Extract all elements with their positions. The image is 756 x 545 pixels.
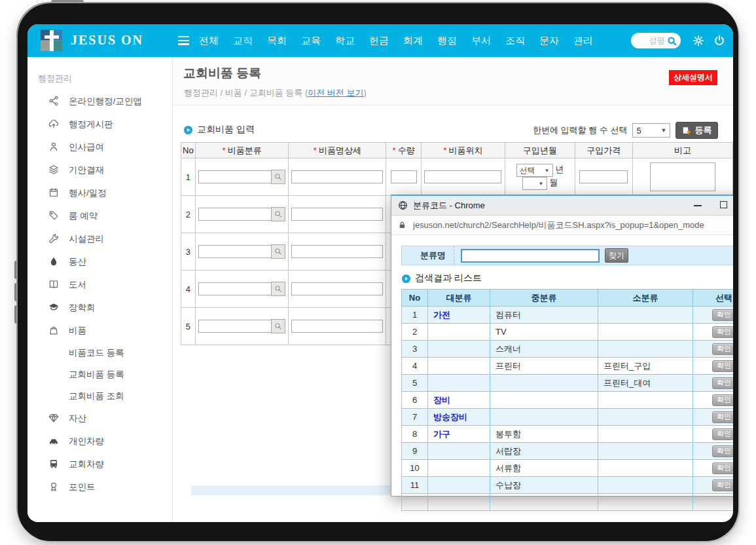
item-name-input[interactable] — [291, 208, 383, 221]
popup-list-title: 검색결과 리스트 — [401, 272, 482, 284]
item-name-input[interactable] — [291, 245, 383, 258]
sidebar-item[interactable]: 시설관리 — [27, 227, 172, 250]
result-minor: 프린터_대여 — [598, 375, 693, 392]
sidebar-subitem[interactable]: 교회비품 조회 — [27, 385, 172, 407]
nav-item[interactable]: 헌금 — [369, 35, 389, 47]
item-name-input[interactable] — [291, 320, 383, 333]
category-input[interactable] — [198, 320, 272, 333]
find-button[interactable]: 찾기 — [605, 248, 628, 263]
confirm-button[interactable]: 확인 — [712, 360, 733, 372]
sidebar-item[interactable]: 기안결재 — [27, 159, 172, 181]
category-input[interactable] — [198, 170, 272, 183]
confirm-button[interactable]: 확인 — [712, 479, 733, 491]
sidebar-item[interactable]: 동산 — [27, 250, 172, 273]
drop-icon — [48, 256, 60, 267]
category-search-button[interactable] — [271, 207, 285, 221]
nav-item[interactable]: 문자 — [539, 35, 559, 47]
confirm-button[interactable]: 확인 — [712, 428, 733, 440]
sidebar-subitem[interactable]: 비품코드 등록 — [27, 342, 172, 364]
popup-result-row: 3스캐너확인 — [402, 341, 734, 358]
search-icon[interactable] — [667, 36, 677, 46]
sidebar-item[interactable]: 자산 — [27, 407, 172, 430]
popup-urlbar: jesuson.net/church2/SearchHelp/비품코드SH.as… — [391, 216, 733, 235]
chevron-down-icon: ▼ — [539, 181, 544, 187]
confirm-button[interactable]: 확인 — [712, 343, 733, 355]
price-input[interactable] — [579, 170, 628, 183]
popup-window: 분류코드 - Chrome jesuson.net/church2/Search… — [391, 195, 733, 497]
power-icon[interactable] — [713, 35, 725, 49]
nav-item[interactable]: 행정 — [437, 35, 457, 47]
category-input[interactable] — [198, 208, 272, 221]
hamburger-icon[interactable] — [178, 36, 189, 47]
sidebar-item[interactable]: 행사/일정 — [27, 181, 172, 204]
location-input[interactable] — [424, 170, 501, 183]
nav-item[interactable]: 교적 — [233, 35, 253, 47]
sidebar-item[interactable]: 교회차량 — [27, 453, 172, 476]
confirm-button[interactable]: 확인 — [712, 309, 733, 321]
header-search-box[interactable] — [631, 33, 681, 48]
result-minor: 프린터_구입 — [598, 358, 693, 375]
minimize-icon[interactable] — [694, 205, 702, 206]
sidebar-item[interactable]: 행정게시판 — [27, 113, 172, 136]
sidebar-item[interactable]: 개인차량 — [27, 430, 172, 453]
popup-search-input[interactable] — [461, 249, 600, 263]
header-search-input[interactable] — [639, 36, 665, 45]
sidebar-item-label: 자산 — [69, 413, 86, 424]
manual-button[interactable]: 상세설명서 — [669, 70, 717, 85]
month-select[interactable]: ▼ — [522, 177, 547, 190]
popup-list-title-text: 검색결과 리스트 — [415, 272, 482, 284]
nav-item[interactable]: 목회 — [267, 35, 287, 47]
confirm-button[interactable]: 확인 — [712, 394, 733, 406]
sidebar-subitem[interactable]: 교회비품 등록 — [27, 364, 172, 385]
category-input[interactable] — [198, 245, 272, 258]
popup-titlebar[interactable]: 분류코드 - Chrome — [391, 196, 733, 216]
confirm-button[interactable]: 확인 — [712, 445, 733, 457]
popup-search-row: 분류명 찾기 — [401, 246, 733, 265]
nav-item[interactable]: 전체 — [199, 35, 219, 47]
nav-item[interactable]: 교육 — [301, 35, 321, 47]
register-button[interactable]: 등록 — [675, 122, 718, 139]
result-minor — [598, 307, 693, 324]
sidebar-item[interactable]: 인사급여 — [27, 136, 172, 159]
award-icon — [48, 481, 60, 493]
category-search-button[interactable] — [271, 319, 285, 333]
nav-item[interactable]: 학교 — [335, 35, 355, 47]
nav-item[interactable]: 회계 — [403, 35, 423, 47]
sidebar-item-label: 도서 — [69, 279, 86, 291]
memo-textarea[interactable] — [650, 162, 715, 191]
result-middle: 수납장 — [490, 477, 598, 494]
result-major — [428, 375, 490, 392]
confirm-button[interactable]: 확인 — [712, 326, 733, 338]
confirm-button[interactable]: 확인 — [712, 462, 733, 474]
nav-item[interactable]: 부서 — [471, 35, 491, 47]
sidebar-item-label: 시설관리 — [69, 233, 104, 245]
category-search-button[interactable] — [271, 244, 285, 259]
maximize-icon[interactable] — [720, 201, 727, 208]
gear-icon[interactable] — [693, 35, 704, 49]
row-count-select[interactable]: 5▼ — [632, 123, 670, 138]
sidebar-item[interactable]: 룸 예약 — [27, 204, 172, 227]
sidebar-item[interactable]: 도서 — [27, 273, 172, 296]
item-name-input[interactable] — [291, 282, 383, 295]
nav-item[interactable]: 조직 — [505, 35, 525, 47]
breadcrumb-prev-version-link[interactable]: 이전 버전 보기 — [308, 88, 363, 98]
sidebar-item[interactable]: 포인트 — [27, 476, 172, 498]
row-number: 5 — [181, 308, 196, 345]
category-search-button[interactable] — [271, 170, 285, 184]
sidebar-item[interactable]: 장학회 — [27, 296, 172, 319]
item-name-input[interactable] — [291, 170, 383, 183]
result-middle: 서랍장 — [490, 443, 598, 460]
category-input[interactable] — [198, 282, 272, 295]
category-search-button[interactable] — [271, 282, 285, 296]
breadcrumb-text: 행정관리 / 비품 / 교회비품 등록 ( — [184, 88, 308, 98]
sidebar-item[interactable]: 온라인행정/교인앱 — [27, 90, 172, 113]
tag-icon — [48, 210, 60, 221]
nav-item[interactable]: 관리 — [573, 35, 593, 47]
year-select[interactable]: 선택▼ — [516, 164, 553, 177]
globe-icon — [398, 200, 408, 210]
confirm-button[interactable]: 확인 — [712, 377, 733, 389]
sidebar: 행정관리 온라인행정/교인앱행정게시판인사급여기안결재행사/일정룸 예약시설관리… — [27, 57, 173, 522]
quantity-input[interactable] — [391, 170, 417, 183]
confirm-button[interactable]: 확인 — [712, 411, 733, 423]
sidebar-item[interactable]: 비품 — [27, 319, 172, 342]
